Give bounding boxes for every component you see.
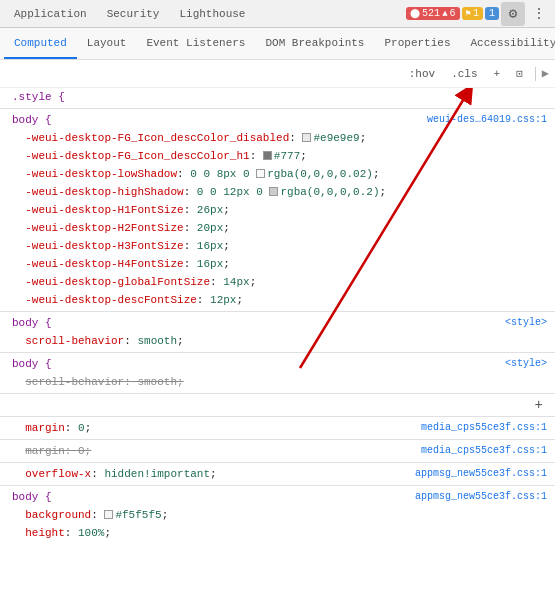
error-badge: ⬤ 521 ▲ 6 [406, 7, 459, 20]
code-line: .style { [0, 88, 555, 106]
code-line: -weui-desktop-lowShadow: 0 0 8px 0 rgba(… [0, 165, 555, 183]
tab-dom-breakpoints[interactable]: DOM Breakpoints [255, 28, 374, 59]
code-line: background: #f5f5f5; [0, 506, 555, 524]
property-name: -weui-desktop-descFontSize [25, 294, 197, 306]
code-line: body { appmsg_new55ce3f.css:1 [0, 488, 555, 506]
section-divider [0, 416, 555, 417]
code-line: scroll-behavior: smooth; [0, 332, 555, 350]
line-source[interactable]: media_cps55ce3f.css:1 [421, 419, 551, 437]
code-content: -weui-desktop-H2FontSize: 20px; [4, 219, 551, 237]
property-value: 26px [197, 204, 223, 216]
line-source[interactable]: weui-des…64019.css:1 [427, 111, 551, 129]
add-rule-button[interactable]: + [488, 66, 507, 82]
second-tab-bar: Computed Layout Event Listeners DOM Brea… [0, 28, 555, 60]
selector-text: .style { [12, 91, 65, 103]
info-count: 1 [489, 8, 495, 19]
toggle-sidebar-button[interactable]: ⊡ [510, 65, 529, 82]
property-name: scroll-behavior [25, 335, 124, 347]
code-content: -weui-desktop-lowShadow: 0 0 8px 0 rgba(… [4, 165, 551, 183]
property-name: -weui-desktop-FG_Icon_descColor_disabled [25, 132, 289, 144]
tab-properties[interactable]: Properties [374, 28, 460, 59]
more-icon[interactable]: ⋮ [527, 2, 551, 26]
code-line: margin: 0; media_cps55ce3f.css:1 [0, 442, 555, 460]
property-value: hidden!important [104, 468, 210, 480]
tab-layout[interactable]: Layout [77, 28, 137, 59]
top-tab-bar: Application Security Lighthouse ⬤ 521 ▲ … [0, 0, 555, 28]
warning-badge: ⚑ 1 [462, 7, 483, 20]
code-line: height: 100%; [0, 524, 555, 542]
property-name: height [25, 527, 65, 539]
add-style-button[interactable]: + [535, 396, 551, 414]
error-count: 521 [422, 8, 440, 19]
line-source[interactable]: media_cps55ce3f.css:1 [421, 442, 551, 460]
hov-button[interactable]: :hov [403, 66, 441, 82]
property-name: -weui-desktop-H3FontSize [25, 240, 183, 252]
strikethrough-property: margin: 0; [25, 445, 91, 457]
section-divider [0, 439, 555, 440]
code-line: -weui-desktop-H1FontSize: 26px; [0, 201, 555, 219]
code-content: -weui-desktop-H3FontSize: 16px; [4, 237, 551, 255]
tab-event-listeners[interactable]: Event Listeners [136, 28, 255, 59]
error-icon: ⬤ [410, 8, 420, 19]
code-content: -weui-desktop-descFontSize: 12px; [4, 291, 551, 309]
property-value: #f5f5f5 [115, 509, 161, 521]
code-content: -weui-desktop-highShadow: 0 0 12px 0 rgb… [4, 183, 551, 201]
code-area[interactable]: .style { body { weui-des…64019.css:1 -we… [0, 88, 555, 592]
settings-icon[interactable]: ⚙ [501, 2, 525, 26]
property-name: -weui-desktop-FG_Icon_descColor_h1 [25, 150, 249, 162]
color-swatch[interactable] [104, 510, 113, 519]
tab-security[interactable]: Security [97, 0, 170, 27]
property-name: -weui-desktop-highShadow [25, 186, 183, 198]
color-swatch[interactable] [256, 169, 265, 178]
section-divider [0, 108, 555, 109]
selector-text: body { [12, 491, 52, 503]
property-value: #777 [274, 150, 300, 162]
property-value: rgba(0,0,0,0.2) [280, 186, 379, 198]
tab-computed[interactable]: Computed [4, 28, 77, 59]
line-source[interactable]: <style> [505, 355, 551, 373]
code-content: -weui-desktop-FG_Icon_descColor_disabled… [4, 129, 551, 147]
property-name: background [25, 509, 91, 521]
property-value: 100% [78, 527, 104, 539]
styles-toolbar: :hov .cls + ⊡ ▶ [0, 60, 555, 88]
code-content: margin: 0; [4, 419, 421, 437]
cls-button[interactable]: .cls [445, 66, 483, 82]
property-value: 14px [223, 276, 249, 288]
color-swatch[interactable] [302, 133, 311, 142]
tab-application[interactable]: Application [4, 0, 97, 27]
section-divider [0, 462, 555, 463]
property-value: 16px [197, 240, 223, 252]
section-divider [0, 485, 555, 486]
code-content: height: 100%; [4, 524, 551, 542]
code-line: body { <style> [0, 355, 555, 373]
code-content: scroll-behavior: smooth; [4, 332, 551, 350]
flag-count: 1 [473, 8, 479, 19]
tab-accessibility[interactable]: Accessibility [461, 28, 556, 59]
property-name: -weui-desktop-lowShadow [25, 168, 177, 180]
line-source[interactable]: appmsg_new55ce3f.css:1 [415, 488, 551, 506]
add-rule-row: + [0, 396, 555, 414]
warn-icon: ▲ [442, 9, 447, 19]
code-content: -weui-desktop-H1FontSize: 26px; [4, 201, 551, 219]
color-swatch[interactable] [269, 187, 278, 196]
line-source[interactable]: appmsg_new55ce3f.css:1 [415, 465, 551, 483]
tab-lighthouse[interactable]: Lighthouse [169, 0, 255, 27]
property-name: overflow-x [25, 468, 91, 480]
scroll-right-icon[interactable]: ▶ [540, 66, 551, 81]
code-line: -weui-desktop-globalFontSize: 14px; [0, 273, 555, 291]
color-swatch[interactable] [263, 151, 272, 160]
code-line: -weui-desktop-highShadow: 0 0 12px 0 rgb… [0, 183, 555, 201]
line-source[interactable]: <style> [505, 314, 551, 332]
code-content: overflow-x: hidden!important; [4, 465, 415, 483]
section-divider [0, 311, 555, 312]
code-line: body { <style> [0, 314, 555, 332]
property-name: -weui-desktop-H4FontSize [25, 258, 183, 270]
code-content: scroll-behavior: smooth; [4, 373, 551, 391]
code-content: body { [4, 355, 505, 373]
property-value: #e9e9e9 [313, 132, 359, 144]
code-content: -weui-desktop-FG_Icon_descColor_h1: #777… [4, 147, 551, 165]
property-name: -weui-desktop-H2FontSize [25, 222, 183, 234]
property-value: 0 [78, 422, 85, 434]
property-name: -weui-desktop-globalFontSize [25, 276, 210, 288]
property-value: 16px [197, 258, 223, 270]
